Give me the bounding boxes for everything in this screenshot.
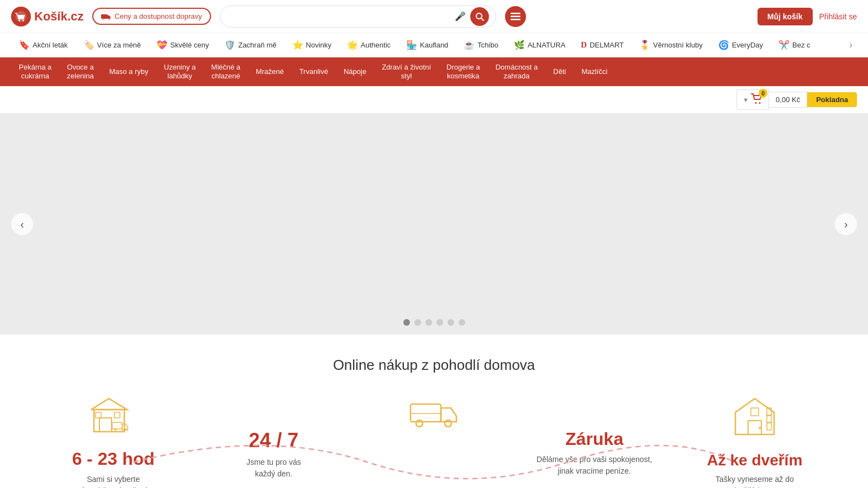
cat-drogerie[interactable]: Drogerie akosmetika — [439, 57, 488, 86]
category-nav: Pekárna acukrárna Ovoce azelenina Maso a… — [0, 57, 868, 86]
promo-item-skvele-ceny[interactable]: 💝 Skvělé ceny — [149, 33, 217, 57]
delivery-truck-icon — [365, 396, 503, 437]
login-link[interactable]: Přihlásit se — [819, 12, 857, 21]
svg-rect-27 — [751, 408, 759, 416]
my-cart-button[interactable]: Můj košík — [757, 8, 813, 25]
login-label: Přihlásit se — [819, 12, 857, 21]
svg-point-20 — [124, 428, 127, 431]
cart-icon-wrapper: 0 — [751, 93, 763, 106]
cat-pekarna[interactable]: Pekárna acukrárna — [11, 57, 59, 86]
slider-next-button[interactable]: › — [835, 213, 857, 235]
header-right: Můj košík Přihlásit se — [757, 8, 857, 25]
slider-dot-6[interactable] — [459, 319, 465, 326]
svg-rect-21 — [411, 404, 441, 422]
cart-dropdown-button[interactable]: ▼ 0 — [737, 89, 769, 110]
promo-icon-tchibo: ☕ — [464, 40, 475, 50]
promo-icon-akcni-letak: 🔖 — [19, 40, 30, 50]
search-icon — [475, 12, 484, 21]
promo-label-zachran-me: Zachraň mě — [238, 41, 276, 49]
info-card-delivery — [354, 396, 514, 443]
my-cart-label: Můj košík — [767, 12, 803, 21]
promo-item-everyday[interactable]: 🌀 EveryDay — [711, 33, 771, 57]
svg-marker-14 — [91, 399, 127, 410]
promo-item-delmart[interactable]: D DELMART — [573, 33, 632, 57]
slider-dot-3[interactable] — [425, 319, 432, 326]
cat-ovoce[interactable]: Ovoce azelenina — [59, 57, 101, 86]
cat-napoje[interactable]: Nápoje — [336, 57, 374, 86]
svg-rect-3 — [101, 14, 108, 19]
slider-slide — [0, 114, 868, 335]
promo-icon-vice-za-mene: 🏷️ — [83, 40, 94, 50]
truck-icon — [101, 13, 111, 20]
svg-rect-8 — [511, 13, 520, 14]
promo-icon-novinky: ⭐ — [292, 40, 303, 50]
cat-domacnost[interactable]: Domácnost azahrada — [488, 57, 546, 86]
svg-rect-17 — [114, 412, 120, 418]
promo-label-bez-c: Bez c — [792, 41, 811, 49]
mic-icon[interactable]: 🎤 — [455, 11, 466, 22]
promo-item-authentic[interactable]: 🌟 Authentic — [339, 33, 398, 57]
slider-dots — [403, 319, 465, 326]
info-card-guarantee-heading: Záruka — [525, 429, 664, 449]
cat-mlecne[interactable]: Mléčné achlazené — [203, 57, 248, 86]
svg-rect-15 — [99, 418, 112, 432]
hamburger-menu-button[interactable] — [505, 6, 526, 27]
logo-link[interactable]: Košík.cz — [11, 7, 83, 26]
svg-point-4 — [102, 18, 104, 20]
hero-slider: ‹ › — [0, 114, 868, 335]
svg-rect-9 — [511, 15, 520, 17]
warehouse-icon — [44, 396, 182, 442]
cat-uzeniny[interactable]: Uzeniny alahůdky — [156, 57, 204, 86]
header: Košík.cz Ceny a dostupnost dopravy 🎤 — [0, 0, 868, 33]
promo-icon-zachran-me: 🛡️ — [224, 40, 235, 50]
house-icon — [686, 396, 824, 445]
promo-item-tchibo[interactable]: ☕ Tchibo — [456, 33, 506, 57]
svg-marker-25 — [735, 399, 774, 434]
svg-rect-10 — [511, 19, 520, 20]
slider-dot-2[interactable] — [414, 319, 421, 326]
svg-rect-29 — [767, 422, 771, 430]
search-button[interactable] — [470, 7, 489, 26]
cat-zdravi[interactable]: Zdraví a životnístyl — [374, 57, 439, 86]
info-card-availability-text: Jsme tu pro váskaždý den. — [204, 457, 343, 480]
promo-label-novinky: Novinky — [306, 41, 332, 49]
svg-point-11 — [755, 102, 757, 104]
logo-text: Košík.cz — [34, 9, 83, 24]
info-card-guarantee-text: Děláme vše pro vaši spokojenost,jinak vr… — [525, 454, 664, 477]
promo-icon-delmart: D — [581, 40, 587, 50]
info-card-time-text: Sami si vybertepřesný čas doručení. — [44, 474, 182, 488]
delivery-label: Ceny a dostupnost dopravy — [114, 12, 202, 20]
logo-icon — [11, 7, 31, 26]
promo-item-alnatura[interactable]: 🌿 ALNATURA — [506, 33, 573, 57]
promo-item-vice-za-mene[interactable]: 🏷️ Více za méně — [76, 33, 149, 57]
search-input[interactable] — [227, 12, 455, 21]
promo-label-skvele-ceny: Skvělé ceny — [170, 41, 209, 49]
promo-item-zachran-me[interactable]: 🛡️ Zachraň mě — [217, 33, 284, 57]
promo-item-vernostni-kluby[interactable]: 🎖️ Věrnostní kluby — [632, 33, 711, 57]
promo-label-alnatura: ALNATURA — [528, 41, 565, 49]
promo-label-authentic: Authentic — [361, 41, 391, 49]
promo-item-novinky[interactable]: ⭐ Novinky — [285, 33, 339, 57]
cat-trvanive[interactable]: Trvanlivé — [292, 57, 336, 86]
checkout-button[interactable]: Pokladna — [807, 92, 857, 107]
cat-mazlicici[interactable]: Mazlíčci — [574, 57, 615, 86]
delivery-button[interactable]: Ceny a dostupnost dopravy — [92, 8, 211, 25]
slider-prev-button[interactable]: ‹ — [11, 213, 33, 235]
info-card-availability-heading: 24 / 7 — [204, 429, 343, 452]
cat-mrazene[interactable]: Mražené — [248, 57, 292, 86]
slider-dot-1[interactable] — [403, 319, 410, 326]
promo-icon-alnatura: 🌿 — [514, 40, 525, 50]
slider-dot-4[interactable] — [436, 319, 443, 326]
info-section: Online nákup z pohodlí domova — [0, 335, 868, 488]
hamburger-icon — [511, 13, 520, 20]
cat-deti[interactable]: Děti — [545, 57, 574, 86]
promo-bar: 🔖 Akční leták 🏷️ Více za méně 💝 Skvělé c… — [0, 33, 868, 57]
cat-maso[interactable]: Maso a ryby — [102, 57, 156, 86]
promo-item-kaufland[interactable]: 🏪 Kaufland — [398, 33, 456, 57]
cart-area: ▼ 0 0,00 Kč Pokladna — [0, 86, 868, 114]
promo-item-akcni-letak[interactable]: 🔖 Akční leták — [11, 33, 76, 57]
promo-item-bez-c[interactable]: ✂️ Bez c — [771, 33, 818, 57]
svg-point-5 — [108, 18, 110, 20]
slider-dot-5[interactable] — [448, 319, 454, 326]
promo-scroll-right[interactable]: › — [845, 39, 857, 51]
